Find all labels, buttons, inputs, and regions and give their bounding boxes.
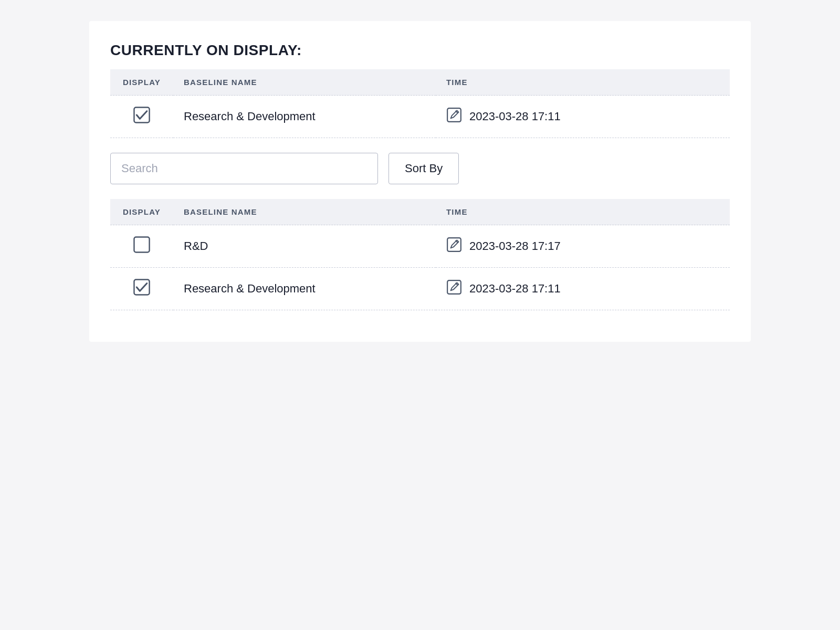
section-title: CURRENTLY ON DISPLAY:	[110, 42, 730, 59]
time-value: 2023-03-28 17:11	[469, 282, 561, 296]
checkbox-checked[interactable]	[133, 106, 151, 124]
baseline-name-cell: Research & Development	[173, 268, 436, 310]
all-table-header-time: TIME	[436, 199, 730, 225]
current-table-header-display: DISPLAY	[110, 69, 173, 96]
time-value: 2023-03-28 17:17	[469, 239, 561, 253]
sort-by-label: Sort By	[405, 162, 443, 175]
all-table-header-name: BASELINE NAME	[173, 199, 436, 225]
current-display-table: DISPLAY BASELINE NAME TIME Research & De…	[110, 69, 730, 138]
svg-rect-5	[447, 280, 461, 294]
edit-icon[interactable]	[446, 279, 462, 298]
display-checkbox-cell[interactable]	[110, 96, 173, 138]
svg-rect-3	[447, 238, 461, 251]
search-input[interactable]	[110, 153, 378, 184]
checkbox-checked[interactable]	[133, 278, 151, 296]
all-table-header-display: DISPLAY	[110, 199, 173, 225]
display-checkbox-cell[interactable]	[110, 225, 173, 268]
time-cell: 2023-03-28 17:11	[436, 96, 730, 138]
svg-rect-2	[134, 237, 149, 252]
search-sort-row: Sort By	[110, 138, 730, 199]
current-table-header-name: BASELINE NAME	[173, 69, 436, 96]
edit-icon[interactable]	[446, 107, 462, 126]
baseline-name-cell: R&D	[173, 225, 436, 268]
table-row: R&D 2023-03-28 17:17	[110, 225, 730, 268]
edit-icon[interactable]	[446, 237, 462, 256]
time-cell: 2023-03-28 17:17	[436, 225, 730, 268]
checkbox-unchecked[interactable]	[133, 236, 151, 254]
time-cell: 2023-03-28 17:11	[436, 268, 730, 310]
table-row: Research & Development 2023-03-28 17:11	[110, 96, 730, 138]
current-table-header-time: TIME	[436, 69, 730, 96]
table-row: Research & Development 2023-03-28 17:11	[110, 268, 730, 310]
main-container: CURRENTLY ON DISPLAY: DISPLAY BASELINE N…	[89, 21, 751, 342]
display-checkbox-cell[interactable]	[110, 268, 173, 310]
svg-rect-1	[447, 108, 461, 122]
baseline-name-cell: Research & Development	[173, 96, 436, 138]
time-value: 2023-03-28 17:11	[469, 110, 561, 123]
all-baselines-table: DISPLAY BASELINE NAME TIME R&D 2023-03-2…	[110, 199, 730, 310]
sort-by-button[interactable]: Sort By	[388, 153, 459, 184]
